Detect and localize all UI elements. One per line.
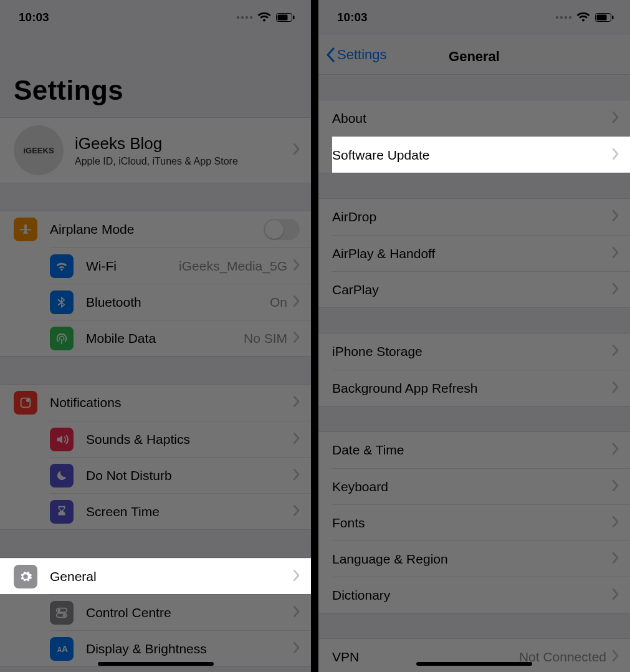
carplay-row[interactable]: CarPlay [332,271,630,307]
lang-row[interactable]: Language & Region [332,540,630,577]
row-value: On [270,295,287,310]
gear-icon [14,565,37,588]
dnd-row[interactable]: Do Not Disturb [50,457,311,493]
about-row[interactable]: About [318,100,630,137]
chevron-right-icon [613,382,619,395]
wifi-icon [576,12,590,22]
bell-icon [14,391,37,415]
chevron-right-icon [294,570,300,583]
profile-name: iGeeks Blog [75,134,238,153]
chevron-right-icon [613,148,619,162]
general-group-1: AirDropAirPlay & HandoffCarPlay [318,198,630,308]
chevron-right-icon [613,112,619,125]
row-label: Wi-Fi [86,259,117,274]
status-time: 10:03 [19,11,49,24]
fonts-row[interactable]: Fonts [332,504,630,540]
status-bar: 10:03 [0,0,311,35]
svg-point-4 [26,399,29,403]
svg-point-8 [63,613,66,617]
row-label: Notifications [50,395,121,410]
swu-row[interactable]: Software Update [332,137,630,173]
battery-icon [595,13,614,22]
chevron-right-icon [294,295,300,309]
row-label: Bluetooth [86,295,141,310]
profile-subtitle: Apple ID, iCloud, iTunes & App Store [75,156,238,167]
row-label: Mobile Data [86,331,156,346]
keyboard-row[interactable]: Keyboard [332,468,630,504]
row-label: Dictionary [332,588,390,603]
chevron-right-icon [294,642,300,656]
airdrop-row[interactable]: AirDrop [318,199,630,235]
bluetooth-row[interactable]: BluetoothOn [50,284,311,320]
aa-icon: AA [50,637,74,661]
cellular-dots-icon [556,16,571,19]
airplane-row[interactable]: Airplane Mode [0,211,311,247]
airplane-toggle[interactable] [264,219,300,240]
row-label: VPN [332,650,359,665]
apple-id-group: iGEEKS iGeeks Blog Apple ID, iCloud, iTu… [0,117,311,183]
sounds-row[interactable]: Sounds & Haptics [50,421,311,457]
apple-id-row[interactable]: iGEEKS iGeeks Blog Apple ID, iCloud, iTu… [0,118,311,183]
row-label: Sounds & Haptics [86,432,190,447]
chevron-right-icon [294,469,300,482]
notifications-row[interactable]: Notifications [0,385,311,421]
bgapp-row[interactable]: Background App Refresh [332,370,630,406]
status-time: 10:03 [337,11,368,24]
screentime-row[interactable]: Screen Time [50,493,311,529]
moon-icon [50,464,74,487]
status-bar: 10:03 [318,0,630,35]
row-label: Airplane Mode [50,222,134,237]
nav-bar: Settings General [318,35,630,75]
general-screen: 10:03 Settings General AboutSoftware Upd… [318,0,630,672]
display-row[interactable]: AADisplay & Brightness [50,630,311,666]
general-group-0: AboutSoftware Update [318,100,630,173]
general-group-4: VPNNot Connected [318,638,630,672]
settings-screen: 10:03 Settings iGEEKS iGeeks Blog Apple … [0,0,311,672]
chevron-right-icon [613,588,619,602]
svg-rect-1 [278,15,288,21]
home-indicator[interactable] [98,662,214,666]
row-label: Display & Brightness [86,641,207,656]
bluetooth-icon [50,290,74,314]
chevron-right-icon [613,650,619,664]
row-label: Software Update [332,148,429,163]
chevron-right-icon [613,516,619,530]
dict-row[interactable]: Dictionary [332,577,630,613]
control-row[interactable]: Control Centre [50,594,311,630]
chevron-right-icon [613,283,619,297]
datetime-row[interactable]: Date & Time [318,432,630,468]
row-label: Background App Refresh [332,381,477,396]
chevron-right-icon [613,443,619,457]
row-label: About [332,111,366,126]
airplay-row[interactable]: AirPlay & Handoff [332,235,630,271]
notifications-group: NotificationsSounds & HapticsDo Not Dist… [0,384,311,530]
vpn-row[interactable]: VPNNot Connected [318,639,630,672]
back-label: Settings [337,47,387,63]
row-value: Not Connected [519,650,606,665]
chevron-right-icon [294,433,300,446]
svg-rect-13 [612,16,614,19]
connectivity-group: Airplane ModeWi-FiiGeeks_Media_5GBluetoo… [0,211,311,357]
row-label: Do Not Disturb [86,468,172,483]
row-label: Language & Region [332,552,448,567]
row-value: iGeeks_Media_5G [179,259,287,274]
chevron-right-icon [613,345,619,358]
airplane-icon [14,218,37,241]
storage-row[interactable]: iPhone Storage [318,334,630,370]
chevron-right-icon [294,505,300,519]
row-label: Keyboard [332,479,388,494]
row-label: AirPlay & Handoff [332,246,435,261]
back-button[interactable]: Settings [326,47,387,63]
svg-rect-12 [597,15,607,21]
row-label: Fonts [332,516,365,530]
mobile-row[interactable]: Mobile DataNo SIM [50,320,311,356]
chevron-right-icon [613,552,619,566]
cellular-dots-icon [237,16,252,19]
chevron-right-icon [613,210,619,224]
general-group: GeneralControl CentreAADisplay & Brightn… [0,557,311,667]
general-row[interactable]: General [0,558,311,594]
chevron-right-icon [613,480,619,494]
wifi-row[interactable]: Wi-FiiGeeks_Media_5G [50,247,311,284]
home-indicator[interactable] [416,662,532,666]
nav-title: General [449,49,500,65]
